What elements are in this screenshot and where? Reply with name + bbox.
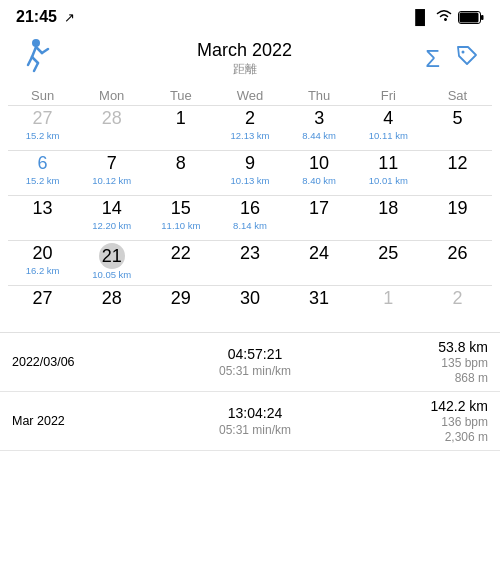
location-icon: ↗ <box>64 10 75 25</box>
summary-section: 2022/03/06 04:57:21 05:31 min/km 53.8 km… <box>0 332 500 451</box>
calendar: Sun Mon Tue Wed Thu Fri Sat 2715.2 km281… <box>0 84 500 330</box>
status-time: 21:45 ↗ <box>16 8 75 26</box>
cal-cell[interactable]: 28 <box>77 286 146 330</box>
summary-duration: 04:57:21 <box>228 346 283 362</box>
svg-rect-2 <box>481 15 484 20</box>
cal-number: 27 <box>33 108 53 130</box>
cal-number: 1 <box>176 108 186 130</box>
cal-cell[interactable]: 27 <box>8 286 77 330</box>
cal-cell[interactable]: 1412.20 km <box>77 196 146 240</box>
weekday-wed: Wed <box>215 88 284 103</box>
cal-cell[interactable]: 24 <box>285 241 354 285</box>
cal-cell[interactable]: 19 <box>423 196 492 240</box>
tag-icon[interactable] <box>454 43 480 75</box>
cal-km: 12.20 km <box>92 221 131 231</box>
summary-elevation: 2,306 m <box>445 430 488 444</box>
cal-km: 10.13 km <box>230 176 269 186</box>
cal-cell[interactable]: 26 <box>423 241 492 285</box>
cal-cell[interactable]: 23 <box>215 241 284 285</box>
cal-km: 10.12 km <box>92 176 131 186</box>
summary-center: 04:57:21 05:31 min/km <box>102 339 408 385</box>
summary-pace: 05:31 min/km <box>219 423 291 437</box>
cal-number: 15 <box>171 198 191 220</box>
cal-cell[interactable]: 2016.2 km <box>8 241 77 285</box>
summary-row[interactable]: 2022/03/06 04:57:21 05:31 min/km 53.8 km… <box>0 333 500 392</box>
weekday-mon: Mon <box>77 88 146 103</box>
cal-number: 12 <box>447 153 467 175</box>
cal-km: 10.01 km <box>369 176 408 186</box>
cal-cell[interactable]: 1110.01 km <box>354 151 423 195</box>
summary-center: 13:04:24 05:31 min/km <box>102 398 408 444</box>
battery-icon <box>458 11 484 24</box>
cal-km: 12.13 km <box>230 131 269 141</box>
summary-row[interactable]: Mar 2022 13:04:24 05:31 min/km 142.2 km … <box>0 392 500 451</box>
summary-label: 2022/03/06 <box>12 339 102 385</box>
cal-cell[interactable]: 17 <box>285 196 354 240</box>
cal-cell[interactable]: 615.2 km <box>8 151 77 195</box>
header-center: March 2022 距離 <box>197 40 292 78</box>
cal-cell[interactable]: 28 <box>77 106 146 150</box>
cal-number: 14 <box>102 198 122 220</box>
cal-cell[interactable]: 910.13 km <box>215 151 284 195</box>
cal-cell[interactable]: 5 <box>423 106 492 150</box>
cal-cell[interactable]: 2 <box>423 286 492 330</box>
cal-number: 17 <box>309 198 329 220</box>
month-title: March 2022 <box>197 40 292 61</box>
svg-rect-1 <box>460 12 479 22</box>
cal-number: 11 <box>378 153 398 175</box>
weekday-fri: Fri <box>354 88 423 103</box>
cal-cell[interactable]: 212.13 km <box>215 106 284 150</box>
cal-cell[interactable]: 13 <box>8 196 77 240</box>
status-bar: 21:45 ↗ ▐▌ <box>0 0 500 32</box>
cal-cell[interactable]: 18 <box>354 196 423 240</box>
cal-number: 6 <box>38 153 48 175</box>
cal-number: 20 <box>33 243 53 265</box>
summary-duration: 13:04:24 <box>228 405 283 421</box>
cal-number: 24 <box>309 243 329 265</box>
svg-line-9 <box>42 49 48 53</box>
month-subtitle: 距離 <box>197 61 292 78</box>
cal-cell[interactable]: 8 <box>146 151 215 195</box>
cal-cell[interactable]: 1 <box>354 286 423 330</box>
header-right: Σ <box>425 43 480 75</box>
cal-cell[interactable]: 108.40 km <box>285 151 354 195</box>
cal-cell[interactable]: 29 <box>146 286 215 330</box>
cal-cell[interactable]: 1 <box>146 106 215 150</box>
cal-cell[interactable]: 410.11 km <box>354 106 423 150</box>
summary-distance: 142.2 km <box>430 398 488 414</box>
cal-km: 8.44 km <box>302 131 336 141</box>
cal-cell[interactable]: 12 <box>423 151 492 195</box>
app-header: March 2022 距離 Σ <box>0 32 500 84</box>
cal-cell[interactable]: 22 <box>146 241 215 285</box>
svg-line-7 <box>34 63 38 71</box>
cal-km: 8.14 km <box>233 221 267 231</box>
cal-cell[interactable]: 2110.05 km <box>77 241 146 285</box>
cal-number: 7 <box>107 153 117 175</box>
cal-number: 26 <box>447 243 467 265</box>
cal-cell[interactable]: 25 <box>354 241 423 285</box>
cal-km: 11.10 km <box>161 221 200 231</box>
sigma-icon[interactable]: Σ <box>425 45 440 73</box>
status-icons: ▐▌ <box>410 9 484 25</box>
cal-cell[interactable]: 710.12 km <box>77 151 146 195</box>
cal-cell[interactable]: 2715.2 km <box>8 106 77 150</box>
cal-number: 25 <box>378 243 398 265</box>
calendar-grid: 2715.2 km281212.13 km38.44 km410.11 km56… <box>8 105 492 330</box>
cal-number: 2 <box>245 108 255 130</box>
cal-number: 29 <box>171 288 191 310</box>
cal-km: 15.2 km <box>26 131 60 141</box>
cal-cell[interactable]: 168.14 km <box>215 196 284 240</box>
cal-cell[interactable]: 31 <box>285 286 354 330</box>
cal-number: 18 <box>378 198 398 220</box>
weekday-row: Sun Mon Tue Wed Thu Fri Sat <box>8 84 492 105</box>
cal-number: 1 <box>383 288 393 310</box>
weekday-tue: Tue <box>146 88 215 103</box>
cal-cell[interactable]: 38.44 km <box>285 106 354 150</box>
svg-line-5 <box>28 57 32 65</box>
cal-km: 10.05 km <box>92 270 131 280</box>
summary-right: 53.8 km 135 bpm 868 m <box>408 339 488 385</box>
cal-cell[interactable]: 1511.10 km <box>146 196 215 240</box>
cal-number: 23 <box>240 243 260 265</box>
cal-number: 9 <box>245 153 255 175</box>
cal-cell[interactable]: 30 <box>215 286 284 330</box>
